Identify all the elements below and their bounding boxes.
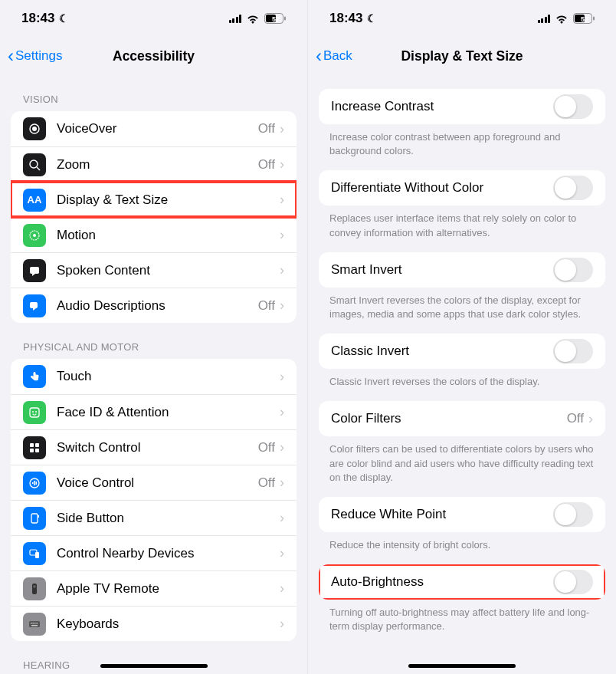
apple-tv-remote-icon	[23, 577, 46, 600]
svg-rect-30	[31, 623, 32, 624]
row-voiceover[interactable]: VoiceOver Off ›	[11, 111, 297, 146]
chevron-right-icon: ›	[280, 369, 284, 385]
row-spoken-content[interactable]: Spoken Content ›	[11, 252, 297, 288]
keyboards-icon	[23, 613, 46, 636]
svg-point-13	[32, 411, 34, 413]
row-voice-control[interactable]: Voice Control Off ›	[11, 465, 297, 500]
svg-rect-27	[32, 584, 37, 594]
cellular-signal-icon	[538, 14, 551, 23]
row-touch[interactable]: Touch ›	[11, 359, 297, 394]
chevron-right-icon: ›	[280, 298, 284, 314]
toggle-differentiate[interactable]	[553, 176, 593, 200]
svg-rect-15	[30, 443, 34, 447]
footer-increase-contrast: Increase color contrast between app fore…	[308, 124, 616, 170]
cellular-signal-icon	[229, 14, 242, 23]
row-smart-invert[interactable]: Smart Invert	[319, 252, 605, 288]
spoken-content-icon	[23, 259, 46, 282]
status-bar: 18:43 ☾ 57	[0, 0, 307, 37]
display-text-size-screen: 18:43 ☾ 57 ‹ Back Display & Text Size In…	[308, 0, 616, 674]
back-button[interactable]: ‹ Settings	[8, 47, 62, 65]
audio-descriptions-icon	[23, 294, 46, 317]
svg-rect-24	[38, 515, 40, 518]
row-auto-brightness[interactable]: Auto-Brightness	[319, 564, 605, 600]
toggle-classic-invert[interactable]	[553, 339, 593, 363]
toggle-smart-invert[interactable]	[553, 258, 593, 282]
footer-auto-brightness: Turning off auto-brightness may affect b…	[308, 600, 616, 646]
zoom-icon	[23, 153, 46, 176]
status-time: 18:43	[329, 11, 362, 26]
accessibility-screen: 18:43 ☾ 57 ‹ Settings Accessibility VISI…	[0, 0, 308, 674]
wifi-icon	[555, 14, 568, 24]
chevron-right-icon: ›	[280, 262, 284, 278]
row-display-text-size[interactable]: AA Display & Text Size ›	[11, 182, 297, 217]
do-not-disturb-icon: ☾	[367, 12, 377, 25]
voiceover-icon	[23, 117, 46, 140]
row-audio-descriptions[interactable]: Audio Descriptions Off ›	[11, 288, 297, 323]
svg-rect-16	[35, 443, 39, 447]
row-differentiate-without-color[interactable]: Differentiate Without Color	[319, 170, 605, 205]
battery-icon: 57	[573, 13, 595, 24]
chevron-right-icon: ›	[280, 510, 284, 526]
svg-rect-31	[33, 623, 34, 624]
chevron-right-icon: ›	[280, 545, 284, 561]
chevron-right-icon: ›	[280, 192, 284, 208]
side-button-icon	[23, 507, 46, 530]
toggle-reduce-white-point[interactable]	[553, 502, 593, 527]
svg-rect-23	[31, 514, 38, 523]
chevron-right-icon: ›	[280, 439, 284, 455]
touch-icon	[23, 365, 46, 388]
svg-rect-37	[593, 17, 595, 21]
nav-bar: ‹ Settings Accessibility	[0, 37, 307, 75]
chevron-right-icon: ›	[280, 404, 284, 420]
svg-rect-17	[30, 449, 34, 452]
back-label: Back	[323, 48, 352, 64]
toggle-increase-contrast[interactable]	[553, 94, 593, 119]
svg-line-7	[37, 167, 40, 170]
row-nearby-devices[interactable]: Control Nearby Devices ›	[11, 535, 297, 570]
section-header-vision: VISION	[0, 75, 307, 111]
row-increase-contrast[interactable]: Increase Contrast	[319, 89, 605, 124]
footer-differentiate: Replaces user interface items that rely …	[308, 205, 616, 252]
row-motion[interactable]: Motion ›	[11, 217, 297, 252]
svg-point-6	[30, 160, 38, 168]
row-reduce-white-point[interactable]: Reduce White Point	[319, 497, 605, 532]
svg-text:57: 57	[272, 15, 280, 23]
switch-control-icon	[23, 436, 46, 459]
footer-color-filters: Color filters can be used to differentia…	[308, 436, 616, 497]
svg-rect-2	[284, 17, 286, 21]
nearby-devices-icon	[23, 542, 46, 565]
toggle-auto-brightness[interactable]	[553, 570, 593, 594]
svg-rect-22	[36, 482, 38, 485]
section-header-hearing: HEARING	[0, 641, 307, 674]
row-switch-control[interactable]: Switch Control Off ›	[11, 429, 297, 465]
footer-classic-invert: Classic Invert reverses the colors of th…	[308, 369, 616, 401]
svg-rect-32	[34, 623, 36, 624]
back-label: Settings	[15, 48, 62, 64]
chevron-right-icon: ›	[280, 121, 284, 137]
section-header-physical: PHYSICAL AND MOTOR	[0, 323, 307, 359]
svg-rect-20	[32, 482, 34, 484]
svg-rect-10	[30, 267, 39, 274]
back-button[interactable]: ‹ Back	[316, 47, 352, 65]
row-classic-invert[interactable]: Classic Invert	[319, 334, 605, 369]
chevron-right-icon: ›	[280, 156, 284, 173]
svg-text:57: 57	[581, 15, 588, 23]
svg-point-14	[35, 411, 37, 413]
row-faceid[interactable]: Face ID & Attention ›	[11, 394, 297, 429]
svg-rect-29	[29, 621, 40, 627]
row-zoom[interactable]: Zoom Off ›	[11, 146, 297, 182]
chevron-right-icon: ›	[280, 616, 284, 632]
svg-rect-34	[31, 625, 38, 626]
home-indicator[interactable]	[408, 664, 516, 668]
row-apple-tv-remote[interactable]: Apple TV Remote ›	[11, 570, 297, 606]
footer-smart-invert: Smart Invert reverses the colors of the …	[308, 288, 616, 334]
svg-point-9	[33, 234, 36, 237]
row-keyboards[interactable]: Keyboards ›	[11, 606, 297, 641]
chevron-right-icon: ›	[280, 580, 284, 597]
row-side-button[interactable]: Side Button ›	[11, 500, 297, 535]
status-bar: 18:43 ☾ 57	[308, 0, 616, 37]
home-indicator[interactable]	[100, 664, 208, 668]
chevron-right-icon: ›	[280, 227, 284, 243]
row-color-filters[interactable]: Color Filters Off ›	[319, 401, 605, 436]
page-title: Display & Text Size	[308, 48, 616, 64]
